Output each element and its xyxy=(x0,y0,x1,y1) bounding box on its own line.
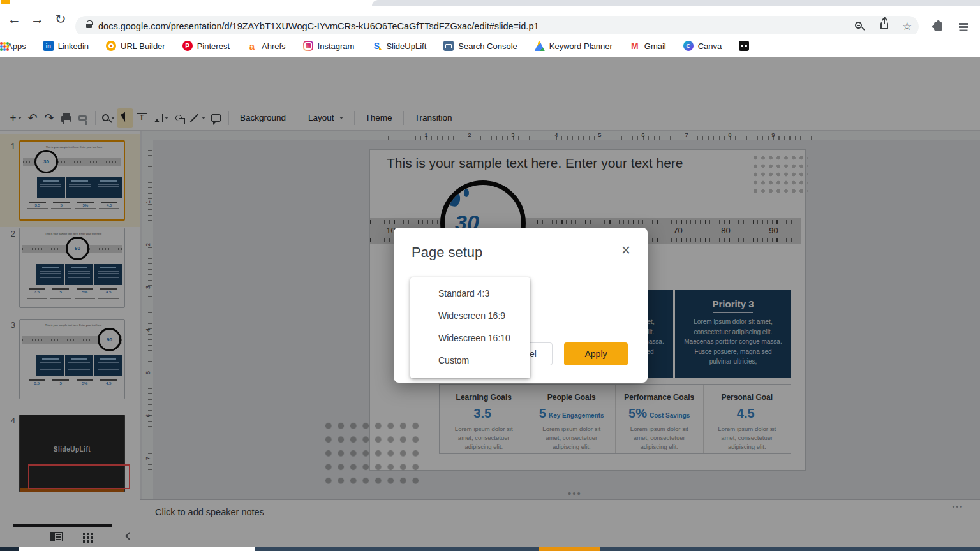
bookmark-label: Ahrefs xyxy=(262,41,286,51)
aspect-ratio-option[interactable]: Widescreen 16:9 xyxy=(410,305,530,327)
bookmark-favicon xyxy=(443,41,454,51)
back-icon[interactable]: ← xyxy=(8,12,21,26)
bookmark-favicon: in xyxy=(43,41,54,51)
refresh-icon[interactable]: ↻ xyxy=(55,12,66,26)
bookmark-favicon xyxy=(739,41,749,51)
forward-icon[interactable]: → xyxy=(31,12,44,26)
browser-tab[interactable] xyxy=(372,0,980,6)
bottom-edge-strip xyxy=(0,547,980,551)
aspect-ratio-option[interactable]: Custom xyxy=(410,349,530,372)
browser-tab-strip xyxy=(0,0,980,6)
bookmark-label: Search Console xyxy=(458,41,517,51)
aspect-ratio-menu: Standard 4:3Widescreen 16:9Widescreen 16… xyxy=(410,277,530,378)
bookmark-favicon xyxy=(303,41,313,51)
bookmark-label: SlideUpLift xyxy=(386,41,426,51)
url-text[interactable]: docs.google.com/presentation/d/19ZAYbT1X… xyxy=(98,21,539,31)
bookmark-label: Pinterest xyxy=(197,41,230,51)
bookmark-label: Apps xyxy=(7,41,26,51)
dialog-title: Page setup xyxy=(412,244,482,261)
bookmark-item[interactable]: URL Builder xyxy=(106,41,165,51)
bookmark-item[interactable]: M Gmail xyxy=(630,41,666,51)
bookmark-favicon: C xyxy=(683,41,694,51)
bookmark-item[interactable]: Keyword Planner xyxy=(535,41,612,51)
bookmark-item[interactable]: C Canva xyxy=(683,41,722,51)
bookmark-label: Gmail xyxy=(644,41,666,51)
bookmark-favicon: M xyxy=(630,41,640,51)
share-page-icon[interactable] xyxy=(880,22,888,29)
browser-nav-bar: ← → ↻ docs.google.com/presentation/d/19Z… xyxy=(0,6,980,34)
reading-list-icon[interactable] xyxy=(959,23,968,25)
zoom-out-icon[interactable] xyxy=(855,22,862,29)
bookmark-item[interactable]: a Ahrefs xyxy=(247,41,286,51)
bookmark-item[interactable]: Instagram xyxy=(303,41,355,51)
bookmark-favicon xyxy=(106,41,116,51)
bookmark-label: Instagram xyxy=(318,41,355,51)
bookmark-item[interactable] xyxy=(739,41,754,51)
bookmark-item[interactable]: S SlideUpLift xyxy=(371,41,426,51)
bookmark-favicon: P xyxy=(182,41,193,51)
bookmark-item[interactable]: in Linkedin xyxy=(43,41,89,51)
bookmark-favicon xyxy=(0,42,3,45)
bookmark-label: Linkedin xyxy=(58,41,89,51)
bookmark-item[interactable]: Search Console xyxy=(443,41,517,51)
bookmark-favicon: a xyxy=(247,41,257,51)
bookmark-item[interactable]: Apps xyxy=(5,41,26,51)
extensions-icon[interactable] xyxy=(934,22,942,31)
bookmark-label: Canva xyxy=(698,41,722,51)
tab-favicon xyxy=(1,0,10,4)
lock-icon xyxy=(86,24,92,28)
bookmark-label: Keyword Planner xyxy=(549,41,612,51)
close-icon[interactable]: ✕ xyxy=(620,244,632,257)
bookmark-favicon xyxy=(535,41,545,51)
page-setup-dialog: Page setup ✕ Cancel Apply Standard 4:3Wi… xyxy=(394,228,648,383)
bookmark-label: URL Builder xyxy=(121,41,165,51)
bookmark-star-icon[interactable]: ☆ xyxy=(902,20,912,33)
bookmark-favicon: S xyxy=(371,41,382,51)
aspect-ratio-option[interactable]: Widescreen 16:10 xyxy=(410,327,530,349)
bookmark-item[interactable]: P Pinterest xyxy=(182,41,230,51)
bookmarks-bar: Apps in Linkedin URL Builder P Pinterest… xyxy=(0,34,980,57)
apply-button[interactable]: Apply xyxy=(564,342,628,365)
aspect-ratio-option[interactable]: Standard 4:3 xyxy=(410,283,530,305)
